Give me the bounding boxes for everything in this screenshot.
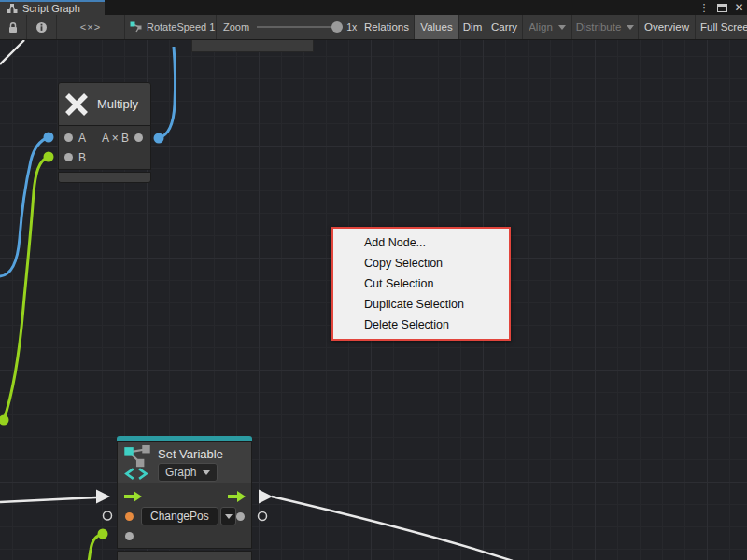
- toolbar-button-full-screen[interactable]: Full Screen: [696, 15, 747, 39]
- multiply-footer: [58, 172, 151, 183]
- toolbar-button-carry[interactable]: Carry: [486, 15, 523, 39]
- multiply-x-icon: [63, 91, 91, 119]
- zoom-value: 1x: [346, 21, 357, 33]
- chevron-down-icon: [627, 25, 634, 30]
- chevron-down-icon: [203, 470, 210, 475]
- menu-item-delete-selection[interactable]: Delete Selection: [333, 315, 509, 335]
- close-icon: ✕: [734, 1, 743, 14]
- variable-name-dropdown-button[interactable]: [220, 507, 236, 525]
- multiply-title: Multiply: [97, 97, 138, 111]
- carry-label: Carry: [491, 21, 517, 33]
- multiply-port-out[interactable]: [134, 133, 143, 142]
- zoom-slider[interactable]: [257, 26, 337, 28]
- zoom-label: Zoom: [223, 21, 249, 33]
- menu-item-duplicate-selection[interactable]: Duplicate Selection: [333, 294, 509, 315]
- tab-script-graph[interactable]: Script Graph: [0, 0, 105, 15]
- multiply-port-b[interactable]: [64, 153, 73, 161]
- chevron-down-icon: [225, 514, 233, 519]
- tab-bar: Script Graph ⋮ ✕: [0, 0, 747, 15]
- value-output-port[interactable]: [236, 512, 245, 521]
- code-icon: <×>: [80, 21, 101, 33]
- menu-item-add-node[interactable]: Add Node...: [333, 232, 509, 253]
- inspect-code-button[interactable]: <×>: [57, 15, 125, 39]
- toolbar-button-align[interactable]: Align: [523, 15, 572, 39]
- multiply-port-out-label: A × B: [102, 132, 129, 145]
- context-menu: Add Node... Copy Selection Cut Selection…: [331, 227, 511, 341]
- toolbar-button-dim[interactable]: Dim: [459, 15, 486, 39]
- kebab-menu-icon: ⋮: [699, 2, 710, 14]
- multiply-port-a[interactable]: [64, 133, 73, 142]
- info-button[interactable]: [27, 15, 57, 39]
- toolbar-button-relations[interactable]: Relations: [359, 15, 415, 39]
- extra-input-port[interactable]: [125, 532, 134, 540]
- node-set-variable[interactable]: Set Variable Graph ChangePos: [117, 436, 252, 560]
- lock-icon: [7, 21, 19, 34]
- value-input-port[interactable]: [125, 512, 134, 521]
- overview-label: Overview: [644, 21, 689, 33]
- menu-item-copy-selection[interactable]: Copy Selection: [333, 253, 509, 273]
- flow-input-port[interactable]: [124, 490, 143, 503]
- info-icon: [35, 21, 48, 34]
- window-menu-button[interactable]: ⋮: [698, 0, 710, 15]
- maximize-icon: [717, 4, 727, 12]
- set-variable-footer: [117, 551, 252, 560]
- node-multiply[interactable]: Multiply A A × B B: [58, 82, 151, 183]
- multiply-port-b-label: B: [78, 151, 86, 164]
- distribute-label: Distribute: [576, 21, 622, 33]
- flow-output-port[interactable]: [228, 490, 247, 503]
- graph-breadcrumb[interactable]: RotateSpeed 1: [125, 15, 217, 39]
- set-variable-body: ChangePos: [117, 483, 252, 549]
- multiply-header[interactable]: Multiply: [58, 82, 151, 126]
- window-close-button[interactable]: ✕: [732, 0, 746, 15]
- tab-title: Script Graph: [22, 3, 80, 14]
- variable-scope-dropdown[interactable]: Graph: [158, 463, 218, 482]
- set-variable-title: Set Variable: [158, 447, 223, 461]
- align-label: Align: [529, 21, 553, 33]
- chevron-down-icon: [558, 25, 566, 30]
- full-screen-label: Full Screen: [700, 21, 747, 33]
- graph-toolbar: <×> RotateSpeed 1 Zoom 1x Relations Valu…: [0, 15, 747, 40]
- multiply-port-a-label: A: [78, 132, 86, 145]
- window-maximize-button[interactable]: [715, 0, 729, 15]
- set-variable-icon: [122, 445, 152, 481]
- toolbar-button-distribute[interactable]: Distribute: [572, 15, 639, 39]
- variable-name-field[interactable]: ChangePos: [141, 507, 218, 525]
- set-variable-header[interactable]: Set Variable Graph: [117, 441, 252, 483]
- breadcrumb-label: RotateSpeed 1: [147, 21, 215, 33]
- lock-button[interactable]: [0, 15, 27, 39]
- toolbar-button-values[interactable]: Values: [415, 15, 459, 39]
- variable-name-value: ChangePos: [150, 510, 209, 523]
- script-graph-window: Multiply A A × B B Set Variab: [0, 0, 747, 560]
- zoom-slider-knob[interactable]: [331, 21, 343, 33]
- toolbar-button-overview[interactable]: Overview: [639, 15, 696, 39]
- menu-item-cut-selection[interactable]: Cut Selection: [333, 273, 509, 294]
- graph-node-icon: [130, 21, 142, 34]
- values-label: Values: [420, 21, 452, 33]
- relations-label: Relations: [364, 21, 409, 33]
- zoom-control: Zoom 1x: [217, 15, 359, 39]
- graph-icon: [7, 3, 18, 14]
- dim-label: Dim: [463, 21, 482, 33]
- partial-node-top[interactable]: [191, 38, 314, 52]
- variable-scope-label: Graph: [165, 466, 196, 479]
- multiply-body: A A × B B: [58, 126, 151, 170]
